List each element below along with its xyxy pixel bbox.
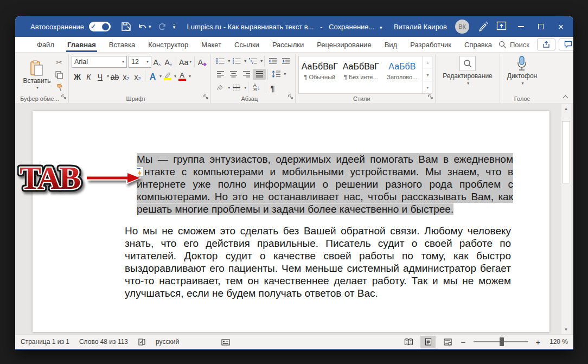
decrease-indent-button[interactable]	[266, 56, 279, 67]
text-effects-button[interactable]: А	[147, 71, 158, 82]
paste-button[interactable]: Вставить ▾	[21, 55, 53, 94]
tab-insert[interactable]: Вставка	[103, 37, 142, 52]
web-layout-button[interactable]	[440, 336, 455, 348]
cut-button[interactable]: ✂	[53, 57, 66, 68]
collapse-ribbon-button[interactable]	[564, 95, 568, 99]
selected-line[interactable]: интернете уже полно информации о решении…	[137, 178, 513, 190]
style-normal[interactable]: АаБбВвГ ¶ Обычный	[299, 56, 340, 86]
styles-scroll-up[interactable]: ▲	[423, 56, 432, 69]
clipboard-dialog-launcher[interactable]	[61, 92, 66, 101]
multilevel-list-button[interactable]	[246, 56, 259, 67]
read-mode-button[interactable]	[401, 336, 416, 348]
font-name-combo[interactable]: Arial ▾	[72, 56, 127, 68]
selected-line[interactable]: нтакте с компьютерами и мобильными устро…	[137, 165, 513, 178]
avatar[interactable]: ВК	[455, 20, 469, 34]
zoom-slider[interactable]	[474, 337, 528, 346]
show-formatting-marks-button[interactable]: ¶	[267, 81, 278, 93]
user-name[interactable]: Виталий Каиров	[394, 23, 447, 31]
body-line[interactable]: выздоравливают его пациенты. Чем меньше …	[125, 262, 511, 274]
document-page[interactable]: Мы — группа энтузиастов, одержимых идеей…	[33, 111, 549, 332]
tab-file[interactable]: Файл	[30, 37, 61, 52]
save-status-dropdown-icon[interactable]: ▾	[380, 25, 382, 30]
superscript-button[interactable]: x2	[132, 71, 143, 82]
numbering-button[interactable]	[230, 56, 243, 67]
redo-button[interactable]	[158, 22, 167, 31]
editing-button[interactable]: Редактирование ▾	[438, 55, 496, 94]
tab-home[interactable]: Главная	[61, 37, 103, 52]
borders-dropdown-icon[interactable]: ▾	[244, 85, 246, 90]
paste-dropdown-icon[interactable]: ▾	[36, 85, 39, 90]
increase-indent-button[interactable]	[279, 56, 292, 67]
close-button[interactable]: ×	[555, 21, 567, 33]
dictate-button[interactable]: Диктофон ▾	[503, 55, 541, 94]
grow-font-button[interactable]: А˄	[151, 56, 163, 68]
tab-view[interactable]: Вид	[378, 37, 404, 52]
zoom-level[interactable]: 120 %	[546, 338, 568, 346]
print-layout-button[interactable]	[420, 336, 436, 348]
styles-scroll-down[interactable]: ▼	[423, 69, 432, 81]
justify-button[interactable]	[253, 69, 266, 80]
clear-formatting-button[interactable]: А◆	[196, 56, 208, 68]
format-painter-button[interactable]	[53, 82, 66, 93]
page-indicator[interactable]: Страница 1 из 1	[21, 338, 69, 346]
styles-dialog-launcher[interactable]	[428, 92, 433, 101]
ribbon-display-options-button[interactable]	[496, 21, 507, 32]
comments-button[interactable]	[559, 39, 573, 50]
proofing-status[interactable]	[138, 338, 146, 346]
sort-button[interactable]: А Я ↓	[250, 82, 263, 93]
vertical-scrollbar[interactable]: ▲ ▼	[561, 104, 571, 334]
bold-button[interactable]: Ж	[72, 71, 83, 82]
minimize-button[interactable]	[515, 21, 527, 33]
underline-button[interactable]: Ч	[94, 71, 106, 82]
scroll-up-button[interactable]: ▲	[561, 104, 571, 113]
copy-button[interactable]	[53, 69, 66, 80]
body-line[interactable]: читателей. Доктор судит о качестве своей…	[125, 250, 511, 262]
undo-button[interactable]: ▾	[138, 22, 151, 31]
scrollbar-thumb[interactable]	[562, 121, 570, 183]
tab-help[interactable]: Справка	[458, 37, 498, 52]
word-count[interactable]: Слово 48 из 113	[79, 338, 128, 346]
shading-button[interactable]	[214, 82, 227, 93]
align-center-button[interactable]	[227, 69, 240, 80]
maximize-button[interactable]	[535, 21, 547, 33]
font-dialog-launcher[interactable]	[203, 92, 208, 101]
search-input[interactable]: Поиск	[498, 37, 537, 52]
tab-review[interactable]: Рецензирование	[310, 37, 378, 52]
body-line[interactable]: что-то настраивает, тем он качественнее …	[125, 274, 511, 287]
change-case-button[interactable]: Аа▾	[178, 56, 193, 68]
selected-line[interactable]: компьютерами. Но это не останавливает на…	[137, 190, 513, 203]
style-no-spacing[interactable]: АаБбВвГ ¶ Без инте...	[340, 56, 381, 86]
inking-button[interactable]	[477, 21, 488, 33]
paragraph-dialog-launcher[interactable]	[288, 92, 293, 101]
selected-line[interactable]: Мы — группа энтузиастов, одержимых идеей…	[137, 153, 513, 165]
strikethrough-button[interactable]: ab	[109, 71, 120, 82]
zoom-in-button[interactable]: +	[534, 337, 542, 347]
save-button[interactable]	[121, 22, 131, 31]
tab-design[interactable]: Конструктор	[142, 37, 195, 52]
body-line[interactable]: знать, что его действия правильные. Писа…	[125, 237, 511, 250]
font-color-dropdown-icon[interactable]: ▾	[189, 74, 191, 79]
italic-button[interactable]: К	[83, 71, 94, 82]
zoom-slider-handle[interactable]	[500, 337, 504, 346]
tab-references[interactable]: Ссылки	[228, 37, 266, 52]
scroll-down-button[interactable]: ▼	[561, 325, 571, 334]
selected-paragraph[interactable]: Мы — группа энтузиастов, одержимых идеей…	[137, 153, 513, 215]
subscript-button[interactable]: x2	[120, 71, 132, 82]
tab-layout[interactable]: Макет	[195, 37, 228, 52]
body-paragraph[interactable]: Но мы не сможем это сделать без Вашей об…	[125, 225, 511, 299]
align-left-button[interactable]	[214, 69, 227, 80]
text-highlight-button[interactable]	[162, 71, 173, 82]
save-status-text[interactable]: Сохранение...	[329, 23, 374, 31]
autosave-toggle[interactable]: ✓	[89, 22, 111, 31]
selected-line-last[interactable]: решать многие проблемы и задачи более ка…	[137, 203, 513, 215]
tab-mailings[interactable]: Рассылки	[266, 37, 310, 52]
font-size-combo[interactable]: 12 ▾	[129, 56, 151, 68]
line-spacing-button[interactable]	[270, 69, 283, 80]
borders-button[interactable]	[230, 82, 243, 93]
bullets-button[interactable]	[214, 56, 227, 67]
share-button[interactable]	[537, 39, 555, 50]
body-line-last[interactable]: улучшаться, если не будем получать ответ…	[125, 287, 511, 299]
font-color-button[interactable]: А	[176, 71, 188, 82]
style-heading1[interactable]: АаБбВ Заголово...	[381, 56, 423, 86]
shrink-font-button[interactable]: А˅	[163, 56, 174, 68]
